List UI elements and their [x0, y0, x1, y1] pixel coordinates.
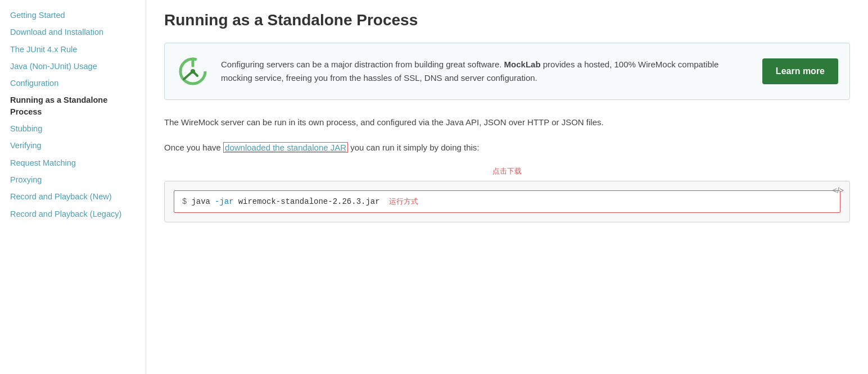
info-box: Configuring servers can be a major distr… — [164, 43, 850, 100]
sidebar-item-verifying[interactable]: Verifying — [6, 137, 146, 154]
code-command: java — [191, 197, 210, 206]
sidebar-item-configuration[interactable]: Configuration — [6, 75, 146, 92]
code-zh-label: 运行方式 — [389, 197, 418, 207]
sidebar-item-request-matching[interactable]: Request Matching — [6, 154, 146, 171]
code-prompt: $ — [182, 197, 187, 206]
sidebar-item-junit-rule[interactable]: The JUnit 4.x Rule — [6, 41, 146, 58]
sidebar-item-download-installation[interactable]: Download and Installation — [6, 24, 146, 40]
svg-point-2 — [191, 69, 195, 74]
code-inner: $ java -jar wiremock-standalone-2.26.3.j… — [174, 190, 840, 213]
sidebar-item-record-playback-legacy[interactable]: Record and Playback (Legacy) — [6, 206, 146, 222]
learn-more-button[interactable]: Learn more — [762, 58, 838, 84]
info-box-text: Configuring servers can be a major distr… — [221, 58, 751, 85]
sidebar: Getting StartedDownload and Installation… — [0, 0, 146, 374]
code-copy-button[interactable]: </> — [833, 186, 844, 195]
code-flag: -jar — [215, 197, 234, 206]
sidebar-item-proxying[interactable]: Proxying — [6, 171, 146, 188]
body-text-2-suffix: you can run it simply by doing this: — [348, 143, 479, 152]
info-brand: MockLab — [504, 60, 541, 69]
mocklab-logo-icon — [176, 54, 210, 88]
body-text-2-prefix: Once you have — [164, 143, 223, 152]
body-text-2: Once you have downloaded the standalone … — [164, 141, 850, 155]
info-text-part1: Configuring servers can be a major distr… — [221, 60, 504, 69]
download-jar-link[interactable]: downloaded the standalone JAR — [223, 142, 348, 153]
code-jar: wiremock-standalone-2.26.3.jar — [238, 197, 380, 206]
download-annotation: 点击下载 — [164, 166, 850, 176]
body-text-1: The WireMock server can be run in its ow… — [164, 116, 850, 130]
sidebar-item-standalone-process[interactable]: Running as a Standalone Process — [6, 92, 146, 120]
sidebar-item-getting-started[interactable]: Getting Started — [6, 7, 146, 24]
sidebar-item-record-playback-new[interactable]: Record and Playback (New) — [6, 188, 146, 205]
code-block: </> $ java -jar wiremock-standalone-2.26… — [164, 181, 850, 222]
sidebar-item-java-non-junit[interactable]: Java (Non-JUnit) Usage — [6, 58, 146, 75]
main-content: Running as a Standalone Process Configur… — [146, 0, 868, 374]
sidebar-item-stubbing[interactable]: Stubbing — [6, 120, 146, 137]
page-title: Running as a Standalone Process — [164, 11, 850, 29]
